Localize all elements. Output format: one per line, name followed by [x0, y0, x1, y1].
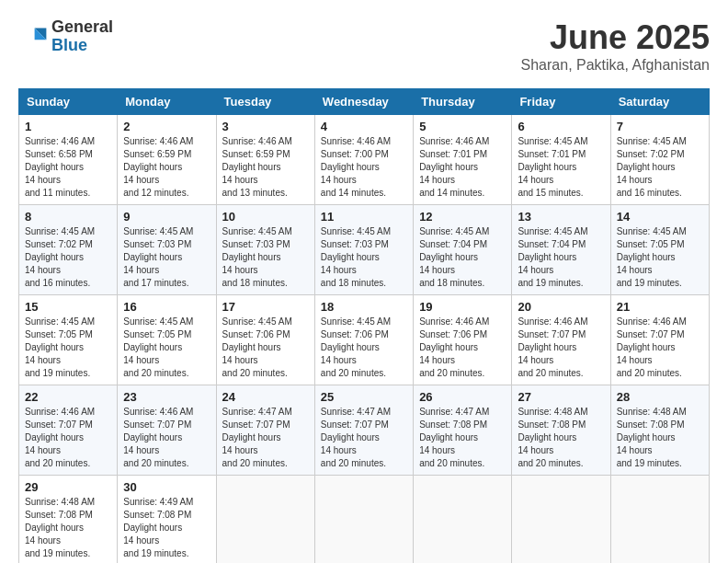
col-header-sunday: Sunday	[19, 89, 118, 115]
day-info: Sunrise: 4:46 AMSunset: 7:00 PMDaylight …	[321, 135, 407, 200]
day-number: 23	[123, 390, 210, 404]
day-info: Sunrise: 4:46 AMSunset: 7:01 PMDaylight …	[419, 135, 506, 200]
calendar-cell: 25Sunrise: 4:47 AMSunset: 7:07 PMDayligh…	[314, 385, 413, 476]
calendar-cell: 8Sunrise: 4:45 AMSunset: 7:02 PMDaylight…	[19, 205, 118, 295]
calendar-cell: 14Sunrise: 4:45 AMSunset: 7:05 PMDayligh…	[610, 205, 709, 295]
calendar-cell: 2Sunrise: 4:46 AMSunset: 6:59 PMDaylight…	[118, 115, 216, 205]
calendar-cell: 15Sunrise: 4:45 AMSunset: 7:05 PMDayligh…	[19, 295, 118, 385]
col-header-monday: Monday	[118, 89, 216, 115]
day-info: Sunrise: 4:47 AMSunset: 7:07 PMDaylight …	[321, 406, 407, 470]
day-number: 19	[419, 300, 506, 314]
col-header-saturday: Saturday	[610, 89, 709, 115]
calendar-cell: 23Sunrise: 4:46 AMSunset: 7:07 PMDayligh…	[118, 385, 216, 476]
logo: General Blue	[18, 18, 113, 55]
calendar-cell: 22Sunrise: 4:46 AMSunset: 7:07 PMDayligh…	[19, 385, 118, 476]
day-info: Sunrise: 4:46 AMSunset: 7:07 PMDaylight …	[25, 406, 111, 470]
calendar-cell	[512, 476, 610, 564]
day-number: 15	[25, 300, 111, 314]
calendar-week-5: 29Sunrise: 4:48 AMSunset: 7:08 PMDayligh…	[19, 476, 710, 564]
day-number: 16	[123, 300, 210, 314]
col-header-wednesday: Wednesday	[314, 89, 413, 115]
day-info: Sunrise: 4:45 AMSunset: 7:04 PMDaylight …	[518, 225, 604, 290]
day-info: Sunrise: 4:45 AMSunset: 7:05 PMDaylight …	[123, 316, 210, 380]
day-number: 27	[518, 390, 604, 404]
calendar-week-2: 8Sunrise: 4:45 AMSunset: 7:02 PMDaylight…	[19, 205, 710, 295]
day-info: Sunrise: 4:45 AMSunset: 7:06 PMDaylight …	[222, 316, 309, 380]
calendar-cell: 30Sunrise: 4:49 AMSunset: 7:08 PMDayligh…	[118, 476, 216, 564]
day-info: Sunrise: 4:46 AMSunset: 7:07 PMDaylight …	[518, 316, 604, 380]
calendar-cell: 7Sunrise: 4:45 AMSunset: 7:02 PMDaylight…	[610, 115, 709, 205]
day-info: Sunrise: 4:45 AMSunset: 7:04 PMDaylight …	[419, 225, 506, 290]
calendar-cell: 26Sunrise: 4:47 AMSunset: 7:08 PMDayligh…	[414, 385, 512, 476]
calendar-cell: 4Sunrise: 4:46 AMSunset: 7:00 PMDaylight…	[314, 115, 413, 205]
calendar-cell: 28Sunrise: 4:48 AMSunset: 7:08 PMDayligh…	[610, 385, 709, 476]
calendar-cell: 21Sunrise: 4:46 AMSunset: 7:07 PMDayligh…	[610, 295, 709, 385]
calendar-cell: 12Sunrise: 4:45 AMSunset: 7:04 PMDayligh…	[414, 205, 512, 295]
day-number: 3	[222, 120, 309, 133]
day-info: Sunrise: 4:48 AMSunset: 7:08 PMDaylight …	[617, 406, 703, 470]
day-number: 17	[222, 300, 309, 314]
calendar-cell: 17Sunrise: 4:45 AMSunset: 7:06 PMDayligh…	[216, 295, 314, 385]
calendar-cell: 10Sunrise: 4:45 AMSunset: 7:03 PMDayligh…	[216, 205, 314, 295]
day-number: 4	[321, 120, 407, 133]
day-number: 28	[617, 390, 703, 404]
col-header-tuesday: Tuesday	[216, 89, 314, 115]
calendar-cell	[610, 476, 709, 564]
page-header: General Blue June 2025 Sharan, Paktika, …	[18, 18, 710, 74]
calendar-cell: 16Sunrise: 4:45 AMSunset: 7:05 PMDayligh…	[118, 295, 216, 385]
calendar-cell: 3Sunrise: 4:46 AMSunset: 6:59 PMDaylight…	[216, 115, 314, 205]
day-number: 6	[518, 120, 604, 133]
logo-general-text: General	[51, 18, 113, 37]
calendar-cell: 24Sunrise: 4:47 AMSunset: 7:07 PMDayligh…	[216, 385, 314, 476]
day-info: Sunrise: 4:46 AMSunset: 7:06 PMDaylight …	[419, 316, 506, 380]
calendar-cell	[216, 476, 314, 564]
day-info: Sunrise: 4:47 AMSunset: 7:07 PMDaylight …	[222, 406, 309, 470]
day-info: Sunrise: 4:46 AMSunset: 6:58 PMDaylight …	[25, 135, 111, 200]
day-number: 14	[617, 210, 703, 224]
day-number: 9	[123, 210, 210, 224]
day-number: 5	[419, 120, 506, 133]
day-number: 30	[123, 480, 210, 494]
calendar-cell: 18Sunrise: 4:45 AMSunset: 7:06 PMDayligh…	[314, 295, 413, 385]
day-number: 20	[518, 300, 604, 314]
day-info: Sunrise: 4:46 AMSunset: 7:07 PMDaylight …	[617, 316, 703, 380]
calendar-cell: 6Sunrise: 4:45 AMSunset: 7:01 PMDaylight…	[512, 115, 610, 205]
logo-text: General Blue	[51, 18, 113, 55]
calendar-cell: 1Sunrise: 4:46 AMSunset: 6:58 PMDaylight…	[19, 115, 118, 205]
logo-icon	[18, 22, 48, 52]
calendar-table: SundayMondayTuesdayWednesdayThursdayFrid…	[18, 88, 710, 563]
day-info: Sunrise: 4:48 AMSunset: 7:08 PMDaylight …	[25, 496, 111, 560]
calendar-cell	[314, 476, 413, 564]
day-info: Sunrise: 4:47 AMSunset: 7:08 PMDaylight …	[419, 406, 506, 470]
day-info: Sunrise: 4:46 AMSunset: 6:59 PMDaylight …	[222, 135, 309, 200]
day-number: 2	[123, 120, 210, 133]
calendar-cell: 27Sunrise: 4:48 AMSunset: 7:08 PMDayligh…	[512, 385, 610, 476]
location-title: Sharan, Paktika, Afghanistan	[521, 57, 710, 74]
calendar-cell: 13Sunrise: 4:45 AMSunset: 7:04 PMDayligh…	[512, 205, 610, 295]
day-info: Sunrise: 4:45 AMSunset: 7:02 PMDaylight …	[617, 135, 703, 200]
day-info: Sunrise: 4:46 AMSunset: 7:07 PMDaylight …	[123, 406, 210, 470]
calendar-cell: 5Sunrise: 4:46 AMSunset: 7:01 PMDaylight…	[414, 115, 512, 205]
day-info: Sunrise: 4:45 AMSunset: 7:02 PMDaylight …	[25, 225, 111, 290]
day-number: 8	[25, 210, 111, 224]
day-number: 24	[222, 390, 309, 404]
day-info: Sunrise: 4:45 AMSunset: 7:06 PMDaylight …	[321, 316, 407, 380]
day-number: 10	[222, 210, 309, 224]
day-number: 22	[25, 390, 111, 404]
day-number: 21	[617, 300, 703, 314]
day-number: 29	[25, 480, 111, 494]
col-header-thursday: Thursday	[414, 89, 512, 115]
calendar-cell: 11Sunrise: 4:45 AMSunset: 7:03 PMDayligh…	[314, 205, 413, 295]
day-number: 26	[419, 390, 506, 404]
calendar-week-4: 22Sunrise: 4:46 AMSunset: 7:07 PMDayligh…	[19, 385, 710, 476]
day-info: Sunrise: 4:46 AMSunset: 6:59 PMDaylight …	[123, 135, 210, 200]
month-title: June 2025	[521, 18, 710, 57]
day-info: Sunrise: 4:45 AMSunset: 7:01 PMDaylight …	[518, 135, 604, 200]
calendar-cell: 9Sunrise: 4:45 AMSunset: 7:03 PMDaylight…	[118, 205, 216, 295]
calendar-header-row: SundayMondayTuesdayWednesdayThursdayFrid…	[19, 89, 710, 115]
day-info: Sunrise: 4:45 AMSunset: 7:05 PMDaylight …	[25, 316, 111, 380]
day-number: 13	[518, 210, 604, 224]
day-number: 25	[321, 390, 407, 404]
day-info: Sunrise: 4:49 AMSunset: 7:08 PMDaylight …	[123, 496, 210, 560]
logo-blue-text: Blue	[51, 37, 113, 55]
